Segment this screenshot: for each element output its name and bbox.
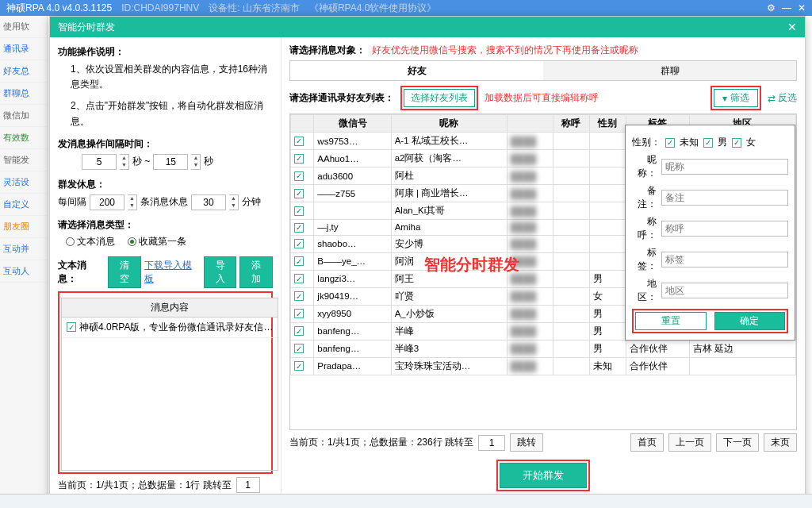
start-broadcast-button[interactable]: 开始群发 [500, 463, 587, 488]
checkbox-icon[interactable]: ✓ [294, 274, 304, 283]
right-contacts-pane: 请选择消息对象： 好友优先使用微信号搜索，搜索不到的情况下再使用备注或昵称 好友… [282, 37, 805, 501]
rest-count-input[interactable] [90, 194, 124, 210]
grid-header[interactable] [291, 115, 314, 133]
checkbox-icon[interactable]: ✓ [294, 344, 304, 353]
filter-tag-input[interactable] [661, 252, 788, 267]
filter-ok-button[interactable]: 确定 [714, 312, 786, 330]
checkbox-icon[interactable]: ✓ [294, 189, 304, 198]
pager-jump-input[interactable] [478, 435, 505, 451]
grid-header[interactable]: 微信号 [314, 115, 391, 133]
checkbox-icon[interactable]: ✓ [703, 138, 713, 148]
sidebar-item[interactable]: 通讯录 [0, 38, 47, 60]
section-heading: 功能操作说明： [58, 45, 273, 59]
gear-icon[interactable]: ⚙ [767, 2, 776, 13]
pager-last-button[interactable]: 末页 [764, 433, 797, 452]
jump-input[interactable] [236, 477, 260, 493]
checkbox-icon[interactable]: ✓ [294, 309, 304, 318]
checkbox-icon[interactable]: ✓ [665, 138, 675, 148]
checkbox-icon[interactable]: ✓ [294, 154, 304, 164]
checkbox-icon[interactable]: ✓ [732, 138, 741, 148]
sidebar-item[interactable]: 智能发 [0, 149, 47, 171]
tab-groups[interactable]: 群聊 [543, 61, 796, 80]
radio-favorite-first[interactable]: 收藏第一条 [128, 235, 186, 248]
filter-remark-input[interactable] [661, 190, 788, 206]
import-button[interactable]: 导入 [204, 256, 237, 288]
checkbox-icon[interactable]: ✓ [294, 223, 304, 233]
grid-header[interactable]: 昵称 [391, 115, 507, 133]
start-highlight: 开始群发 [496, 460, 590, 491]
interval-from-input[interactable] [82, 154, 117, 170]
select-target-label: 请选择消息对象： [289, 44, 366, 57]
invert-selection-button[interactable]: ⇄ 反选 [768, 91, 797, 105]
app-sidebar: 使用软 通讯录 好友总 群聊总 微信加 有效数 智能发 灵活设 自定义 朋友圈 … [0, 16, 48, 508]
desc-text: 1、依次设置相关群发的内容信息，支持16种消息类型。 [71, 62, 273, 92]
pager-next-button[interactable]: 下一页 [716, 433, 759, 452]
section-heading: 文本消息： [58, 259, 105, 286]
funnel-icon: ▾ [722, 93, 727, 104]
filter-button[interactable]: ▾ 筛选 [714, 89, 758, 107]
spinner[interactable]: ▲▼ [229, 194, 239, 210]
pager-prev-button[interactable]: 上一页 [668, 433, 711, 452]
checkbox-icon[interactable]: ✓ [67, 322, 76, 332]
checkbox-icon[interactable]: ✓ [294, 137, 304, 146]
checkbox-icon[interactable]: ✓ [294, 326, 304, 336]
filter-call-input[interactable] [661, 221, 788, 237]
select-list-highlight: 选择好友列表 [400, 86, 478, 110]
filter-gender-label: 性别： [632, 136, 661, 149]
checkbox-icon[interactable]: ✓ [294, 239, 304, 248]
checkbox-icon[interactable]: ✓ [294, 291, 304, 301]
checkbox-icon[interactable]: ✓ [294, 361, 304, 371]
pager-info: 当前页：1/共1页；总数据量：236行 跳转至 [289, 436, 473, 449]
message-row[interactable]: ✓ 神硕4.0RPA版，专业备份微信通讯录好友信… [62, 318, 278, 338]
rest-label: 每间隔 [58, 195, 86, 209]
dialog-close-icon[interactable]: ✕ [787, 21, 797, 33]
filter-reset-button[interactable]: 重置 [635, 312, 707, 330]
spinner[interactable]: ▲▼ [120, 154, 129, 170]
table-row[interactable]: ✓banfeng…半峰3████男合作伙伴吉林 延边 [291, 340, 796, 357]
sidebar-item[interactable]: 互动并 [0, 238, 47, 260]
grid-header[interactable] [507, 115, 553, 133]
message-table-header: 消息内容 [62, 298, 278, 318]
add-button[interactable]: 添加 [239, 256, 273, 288]
clear-button[interactable]: 清空 [108, 256, 141, 288]
sidebar-item[interactable]: 互动人 [0, 260, 47, 283]
checkbox-icon[interactable]: ✓ [294, 206, 304, 216]
filter-area-input[interactable] [661, 283, 788, 298]
interval-to-input[interactable] [153, 154, 188, 170]
sidebar-item[interactable]: 使用软 [0, 16, 47, 38]
sidebar-item[interactable]: 有效数 [0, 127, 47, 149]
minimize-icon[interactable]: — [782, 2, 791, 13]
left-footer: 当前页：1/共1页；总数据量：1行 跳转至 [58, 474, 273, 496]
pager-first-button[interactable]: 首页 [630, 433, 664, 452]
table-row[interactable]: ✓Pradapa…宝玲珠珠宝活动…████未知合作伙伴 [291, 357, 796, 375]
filter-nick-input[interactable] [661, 159, 788, 175]
sidebar-item[interactable]: 群聊总 [0, 83, 47, 105]
rest-mins-input[interactable] [191, 194, 226, 210]
sidebar-item[interactable]: 自定义 [0, 194, 47, 216]
app-agreement: 《神硕RPA4.0软件使用协议》 [309, 2, 436, 15]
grid-header[interactable]: 称呼 [553, 115, 589, 133]
download-template-link[interactable]: 下载导入模板 [144, 259, 201, 286]
tab-friends[interactable]: 好友 [290, 61, 543, 80]
sidebar-item[interactable]: 朋友圈 [0, 216, 47, 238]
select-friend-list-button[interactable]: 选择好友列表 [404, 89, 475, 107]
app-id: ID:CHDAI997HNV [121, 2, 199, 13]
dialog-window: 智能分时群发 ✕ 功能操作说明： 1、依次设置相关群发的内容信息，支持16种消息… [49, 16, 806, 502]
after-load-hint: 加载数据后可直接编辑称呼 [485, 91, 599, 105]
message-text: 神硕4.0RPA版，专业备份微信通讯录好友信… [79, 321, 273, 334]
app-title: 神硕RPA 4.0 v4.0.3.1125 [6, 2, 112, 15]
sidebar-item[interactable]: 好友总 [0, 60, 47, 83]
checkbox-icon[interactable]: ✓ [294, 256, 304, 266]
sidebar-item[interactable]: 灵活设 [0, 171, 47, 194]
close-icon[interactable]: ✕ [798, 2, 806, 13]
radio-text-message[interactable]: 文本消息 [66, 235, 115, 248]
swap-icon: ⇄ [768, 93, 776, 104]
spinner[interactable]: ▲▼ [128, 194, 137, 210]
checkbox-icon[interactable]: ✓ [294, 171, 304, 181]
status-bar [0, 494, 812, 508]
spinner[interactable]: ▲▼ [191, 154, 201, 170]
pager-jump-button[interactable]: 跳转 [510, 433, 543, 452]
search-hint: 好友优先使用微信号搜索，搜索不到的情况下再使用备注或昵称 [372, 44, 638, 57]
sidebar-item[interactable]: 微信加 [0, 105, 47, 127]
grid-header[interactable]: 性别 [589, 115, 626, 133]
